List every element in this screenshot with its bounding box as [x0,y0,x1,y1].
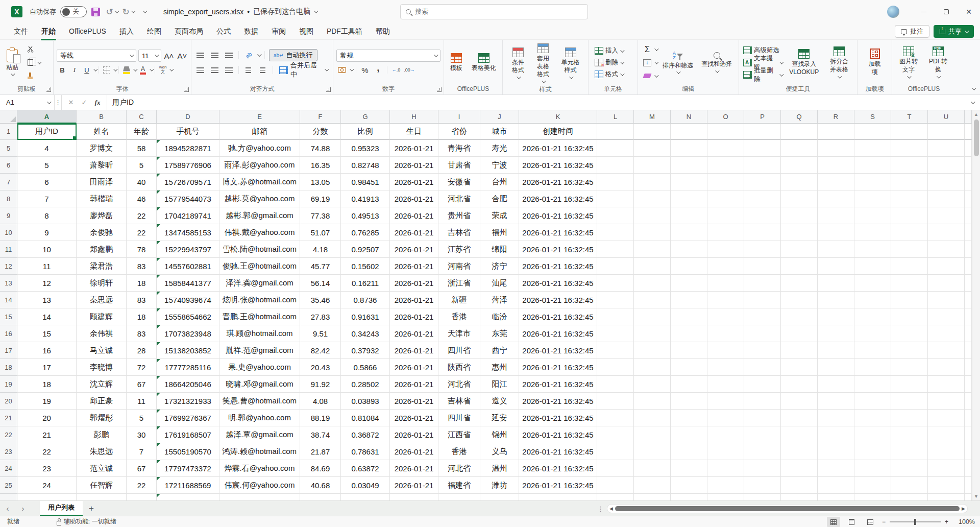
align-center-icon[interactable] [209,64,220,76]
prev-sheet-icon[interactable]: ‹ [0,504,15,513]
cell[interactable]: 延安 [480,410,519,426]
cell[interactable]: 74.88 [300,140,341,157]
row-header-13[interactable]: 13 [0,275,17,292]
image-to-text-button[interactable]: 文 图片转文字 [895,45,922,80]
cell[interactable]: 28 [127,342,157,359]
scroll-down-icon[interactable]: ▼ [972,492,980,500]
cell[interactable] [965,443,972,460]
cell[interactable] [928,393,965,410]
cell[interactable]: 15858441377 [157,275,219,292]
cell[interactable] [928,460,965,477]
cell[interactable]: 香港 [438,443,480,460]
cell[interactable] [707,241,744,258]
header-cell[interactable]: 分数 [300,124,341,140]
cell[interactable] [671,426,707,443]
cell[interactable] [891,157,928,174]
paste-button[interactable]: 粘贴 [3,47,21,78]
cell[interactable] [928,275,965,292]
cell[interactable] [597,460,634,477]
align-middle-icon[interactable] [209,50,220,61]
cell[interactable] [671,308,707,325]
cell[interactable] [707,443,744,460]
cell[interactable] [891,443,928,460]
cell[interactable] [781,207,818,224]
cell[interactable] [634,410,671,426]
header-cell[interactable]: 年龄 [127,124,157,140]
cell[interactable] [744,342,781,359]
cell[interactable]: 晓啸.邓@gmail.com [219,376,300,393]
cell[interactable]: 明.郭@yahoo.com [219,410,300,426]
row-header-15[interactable]: 15 [0,308,17,325]
cell[interactable] [854,410,891,426]
normal-view-button[interactable] [827,517,840,527]
cell[interactable] [519,494,597,500]
cell[interactable] [854,325,891,342]
column-header-L[interactable]: L [597,110,634,124]
cell[interactable] [707,426,744,443]
header-cell[interactable]: 生日 [390,124,438,140]
next-sheet-icon[interactable]: › [15,504,31,513]
cell[interactable]: 雪松.陆@hotmail.com [219,241,300,258]
cell[interactable] [854,426,891,443]
cell[interactable]: 0.41913 [341,190,390,207]
cell[interactable]: 马立诚 [77,342,127,359]
cell[interactable] [77,494,127,500]
cell[interactable] [597,426,634,443]
cell[interactable] [634,342,671,359]
column-header-E[interactable]: E [219,110,300,124]
cell[interactable] [671,190,707,207]
cell[interactable]: 合肥 [480,190,519,207]
column-header-J[interactable]: J [480,110,519,124]
cell[interactable]: 15505190570 [157,443,219,460]
cell[interactable] [671,275,707,292]
cell[interactable] [928,258,965,275]
cell[interactable] [597,342,634,359]
cell[interactable]: 4.18 [300,241,341,258]
cell[interactable] [965,258,972,275]
cell[interactable]: 鸿涛.赖@hotmail.com [219,443,300,460]
cell[interactable] [854,275,891,292]
cell[interactable]: 济宁 [480,258,519,275]
enter-icon[interactable]: ✓ [78,99,90,106]
column-header-D[interactable]: D [157,110,219,124]
column-header-G[interactable]: G [341,110,390,124]
cell[interactable] [854,224,891,241]
dialog-launcher-icon[interactable] [46,87,51,92]
row-header-16[interactable]: 16 [0,325,17,342]
cell[interactable]: 18 [127,275,157,292]
ribbon-tab-3[interactable]: 插入 [113,24,140,39]
cell[interactable]: 2026-01-21 16:32:45 [519,224,597,241]
ribbon-tab-0[interactable]: 文件 [7,24,35,39]
cell[interactable]: 17619168507 [157,426,219,443]
cell[interactable] [818,460,854,477]
vlookup-button[interactable]: 查找录入VLOOKUP [788,47,820,78]
cell[interactable] [744,477,781,494]
ribbon-tab-5[interactable]: 页面布局 [168,24,210,39]
cell[interactable]: 19 [17,393,77,410]
cell[interactable]: 四川省 [438,342,480,359]
cell[interactable] [818,426,854,443]
cell[interactable]: 0.5866 [341,359,390,376]
cell[interactable] [818,376,854,393]
cell[interactable] [671,342,707,359]
cell[interactable] [744,393,781,410]
cell[interactable] [928,241,965,258]
cell[interactable]: 10 [17,241,77,258]
format-cells-button[interactable]: 格式 [594,69,624,80]
cell[interactable]: 83 [127,292,157,308]
cell[interactable] [634,494,671,500]
column-header-B[interactable]: B [77,110,127,124]
cell[interactable]: 河北省 [438,190,480,207]
column-header-Q[interactable]: Q [781,110,818,124]
font-size-select[interactable]: 11 [138,50,161,62]
cell[interactable]: 13 [17,292,77,308]
cell[interactable]: 17777285116 [157,359,219,376]
row-header-21[interactable]: 21 [0,410,17,426]
cell[interactable] [854,477,891,494]
cell[interactable] [744,258,781,275]
cell[interactable] [744,443,781,460]
cell[interactable]: 15558654662 [157,308,219,325]
cell[interactable] [597,224,634,241]
cell[interactable]: 义乌 [480,443,519,460]
cell[interactable]: 15726709571 [157,174,219,190]
